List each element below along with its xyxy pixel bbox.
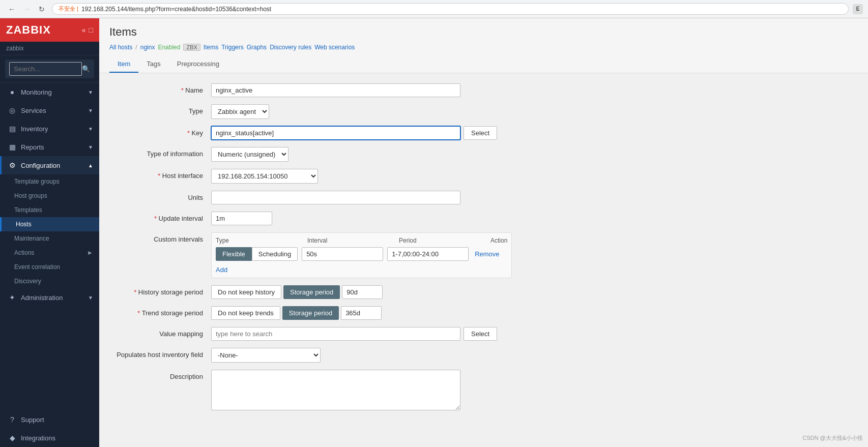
tab-tags[interactable]: Tags (138, 56, 168, 73)
form-content: Name Type Zabbix agent Key Se (99, 73, 868, 447)
sidebar-item-label: Reports (21, 143, 44, 151)
breadcrumb-enabled[interactable]: Enabled (158, 44, 180, 51)
trend-no-keep-button[interactable]: Do not keep trends (211, 306, 280, 320)
host-interface-select[interactable]: 192.168.205.154:10050 (211, 169, 318, 184)
type-of-info-select[interactable]: Numeric (unsigned) (211, 147, 288, 162)
type-label: Type (109, 104, 211, 115)
breadcrumb-web-scenarios[interactable]: Web scenarios (314, 44, 355, 51)
sidebar-item-inventory[interactable]: ▤ Inventory ▼ (0, 120, 99, 138)
sidebar-item-label: Monitoring (21, 88, 52, 96)
chevron-down-icon: ▼ (88, 90, 93, 95)
history-storage-period-button[interactable]: Storage period (283, 285, 340, 299)
chevron-up-icon: ▲ (88, 163, 93, 168)
collapse-icon[interactable]: « (82, 26, 86, 34)
breadcrumb-discovery-rules[interactable]: Discovery rules (270, 44, 311, 51)
breadcrumb-graphs[interactable]: Graphs (247, 44, 267, 51)
browser-extension[interactable]: E (853, 4, 863, 14)
history-value-input[interactable] (342, 285, 383, 299)
trend-value-input[interactable] (341, 306, 382, 320)
sidebar-item-maintenance[interactable]: Maintenance (0, 231, 99, 246)
value-mapping-select-button[interactable]: Select (464, 327, 497, 341)
key-select-button[interactable]: Select (464, 126, 497, 140)
ci-flexible-button[interactable]: Flexible (216, 247, 252, 261)
ci-add-area[interactable]: Add (216, 264, 507, 274)
sidebar-item-administration[interactable]: ✦ Administration ▼ (0, 288, 99, 307)
sidebar-item-reports[interactable]: ▦ Reports ▼ (0, 138, 99, 156)
services-icon: ◎ (8, 106, 17, 114)
description-textarea[interactable] (211, 370, 460, 410)
sidebar-item-monitoring[interactable]: ● Monitoring ▼ (0, 83, 99, 101)
sidebar-item-template-groups[interactable]: Template groups (0, 174, 99, 189)
units-row: Units (109, 191, 858, 204)
units-input[interactable] (211, 191, 460, 204)
actions-label: Actions (14, 249, 34, 256)
type-control: Zabbix agent (211, 104, 858, 119)
browser-navigation[interactable]: ← → ↻ (5, 4, 48, 14)
sidebar-item-services[interactable]: ◎ Services ▼ (0, 101, 99, 120)
update-interval-row: Update interval (109, 212, 858, 225)
description-label: Description (109, 370, 211, 380)
value-mapping-search-input[interactable] (211, 327, 460, 341)
key-label: Key (109, 126, 211, 137)
type-select[interactable]: Zabbix agent (211, 104, 269, 119)
reload-button[interactable]: ↻ (36, 4, 48, 14)
ci-period-input[interactable] (387, 247, 469, 261)
ci-remove-button[interactable]: Remove (475, 250, 499, 258)
ci-interval-input[interactable] (302, 247, 383, 261)
ci-type-buttons: Flexible Scheduling (216, 247, 298, 261)
name-input[interactable] (211, 83, 460, 97)
description-row: Description (109, 370, 858, 410)
ci-interval-header: Interval (307, 237, 399, 244)
breadcrumb-all-hosts[interactable]: All hosts (109, 44, 132, 51)
logo-controls[interactable]: « □ (82, 26, 93, 34)
tab-preprocessing[interactable]: Preprocessing (169, 56, 227, 73)
host-interface-control: 192.168.205.154:10050 (211, 169, 858, 184)
ci-scheduling-button[interactable]: Scheduling (252, 247, 298, 261)
update-interval-label: Update interval (109, 212, 211, 222)
custom-intervals-row: Custom intervals Type Interval Period Ac… (109, 232, 858, 278)
sidebar-item-hosts[interactable]: Hosts (0, 217, 99, 231)
url-text: 192.168.205.144/items.php?form=create&ho… (81, 6, 271, 13)
custom-intervals-label: Custom intervals (109, 232, 211, 243)
type-of-info-label: Type of information (109, 147, 211, 158)
monitoring-icon: ● (8, 88, 17, 96)
search-area[interactable]: 🔍 (0, 55, 99, 83)
page-title: Items (109, 25, 858, 39)
history-label: History storage period (109, 285, 211, 296)
sidebar-item-label: Services (21, 107, 46, 114)
forward-button[interactable]: → (20, 4, 34, 14)
description-control (211, 370, 858, 410)
ci-type-header: Type (216, 237, 307, 244)
sidebar-item-actions[interactable]: Actions ► (0, 246, 99, 260)
breadcrumb-badge: ZBX (183, 44, 200, 51)
trend-storage-period-button[interactable]: Storage period (282, 306, 339, 320)
logo-area: ZABBIX « □ (0, 18, 99, 42)
sidebar-item-integrations[interactable]: ◆ Integrations (0, 429, 99, 447)
host-inventory-select[interactable]: -None- (211, 348, 321, 363)
search-icon: 🔍 (82, 65, 90, 73)
update-interval-input[interactable] (211, 212, 272, 225)
breadcrumb-separator: / (135, 44, 137, 51)
history-no-keep-button[interactable]: Do not keep history (211, 285, 281, 299)
breadcrumb-triggers[interactable]: Triggers (221, 44, 244, 51)
url-bar[interactable]: 不安全 | 192.168.205.144/items.php?form=cre… (52, 3, 849, 15)
inventory-icon: ▤ (8, 125, 17, 133)
update-interval-control (211, 212, 858, 225)
breadcrumb-host[interactable]: nginx (140, 44, 155, 51)
key-input[interactable] (211, 126, 460, 140)
search-input[interactable] (9, 62, 82, 76)
sidebar-item-event-correlation[interactable]: Event correlation (0, 260, 99, 274)
sidebar-item-support[interactable]: ? Support (0, 410, 99, 429)
sidebar-item-host-groups[interactable]: Host groups (0, 189, 99, 203)
sidebar-item-templates[interactable]: Templates (0, 203, 99, 217)
sidebar-item-label: Administration (21, 294, 63, 302)
tab-item[interactable]: Item (109, 56, 138, 73)
custom-interval-row: Flexible Scheduling Remove (216, 247, 507, 261)
sidebar-item-configuration[interactable]: ⚙ Configuration ▲ (0, 156, 99, 174)
back-button[interactable]: ← (5, 4, 18, 14)
ci-add-link[interactable]: Add (216, 266, 227, 274)
host-interface-label: Host interface (109, 169, 211, 180)
sidebar-item-discovery[interactable]: Discovery (0, 274, 99, 288)
trend-control: Do not keep trends Storage period (211, 306, 858, 320)
fullscreen-icon[interactable]: □ (89, 26, 93, 34)
